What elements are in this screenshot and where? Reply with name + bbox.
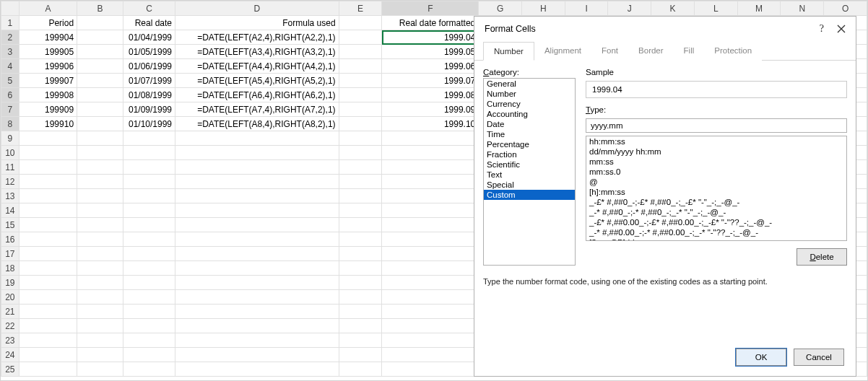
cell-E10[interactable] [339,146,382,160]
cell-D16[interactable] [175,232,339,247]
category-listbox[interactable]: GeneralNumberCurrencyAccountingDateTimeP… [483,78,576,266]
cell-B16[interactable] [77,232,123,247]
cell-D5[interactable]: =DATE(LEFT(A5,4),RIGHT(A5,2),1) [175,74,339,88]
cell-A4[interactable]: 199906 [19,59,77,74]
cell-B17[interactable] [77,247,123,261]
cell-A20[interactable] [19,290,77,305]
cell-F6[interactable]: 1999.08 [382,88,479,102]
type-item-1[interactable]: dd/mm/yyyy hh:mm [586,146,846,157]
row-header-8[interactable]: 8 [1,117,19,131]
type-item-8[interactable]: _-£* #,##0.00_-;-£* #,##0.00_-;_-£* "-"?… [586,217,846,227]
cell-B14[interactable] [77,203,123,218]
cell-B9[interactable] [77,131,123,146]
cell-F7[interactable]: 1999.09 [382,102,479,117]
cell-E8[interactable] [339,117,382,131]
delete-button[interactable]: Delete [797,248,847,266]
cell-A11[interactable] [19,160,77,175]
row-header-13[interactable]: 13 [1,189,19,203]
col-header-J[interactable]: J [608,1,651,16]
category-item-special[interactable]: Special [484,180,575,190]
type-item-4[interactable]: @ [586,177,846,187]
cell-F4[interactable]: 1999.06 [382,59,479,74]
cell-C13[interactable] [123,189,175,203]
cell-E6[interactable] [339,88,382,102]
cell-B8[interactable] [77,117,123,131]
help-icon[interactable]: ? [820,23,824,35]
cell-A18[interactable] [19,261,77,276]
row-header-23[interactable]: 23 [1,333,19,348]
cell-D12[interactable] [175,175,339,189]
category-item-time[interactable]: Time [484,129,575,139]
col-header-M[interactable]: M [737,1,781,16]
cell-A3[interactable]: 199905 [19,45,77,59]
cell-D22[interactable] [175,319,339,333]
cell-A2[interactable]: 199904 [19,30,77,45]
cell-C4[interactable]: 01/06/1999 [123,59,175,74]
col-header-B[interactable]: B [77,1,123,16]
cell-B11[interactable] [77,160,123,175]
tab-fill[interactable]: Fill [674,42,705,61]
cell-D13[interactable] [175,189,339,203]
cell-C6[interactable]: 01/08/1999 [123,88,175,102]
category-item-scientific[interactable]: Scientific [484,159,575,170]
cell-B3[interactable] [77,45,123,59]
col-header-D[interactable]: D [175,1,339,16]
cell-E7[interactable] [339,102,382,117]
cell-C9[interactable] [123,131,175,146]
cell-D14[interactable] [175,203,339,218]
category-item-general[interactable]: General [484,79,575,89]
cancel-button[interactable]: Cancel [794,349,844,366]
cell-F16[interactable] [382,232,479,247]
cell-C22[interactable] [123,319,175,333]
select-all-corner[interactable] [1,1,19,16]
tab-alignment[interactable]: Alignment [534,42,591,61]
cell-B18[interactable] [77,261,123,276]
cell-E3[interactable] [339,45,382,59]
cell-E13[interactable] [339,189,382,203]
row-header-7[interactable]: 7 [1,102,19,117]
col-header-C[interactable]: C [123,1,175,16]
cell-A19[interactable] [19,276,77,290]
row-header-18[interactable]: 18 [1,261,19,276]
cell-F8[interactable]: 1999.10 [382,117,479,131]
cell-C18[interactable] [123,261,175,276]
cell-D23[interactable] [175,333,339,348]
cell-D6[interactable]: =DATE(LEFT(A6,4),RIGHT(A6,2),1) [175,88,339,102]
cell-D19[interactable] [175,276,339,290]
cell-C11[interactable] [123,160,175,175]
cell-B24[interactable] [77,348,123,362]
cell-A5[interactable]: 199907 [19,74,77,88]
cell-A9[interactable] [19,131,77,146]
cell-A1[interactable]: Period [19,16,77,30]
cell-E14[interactable] [339,203,382,218]
row-header-24[interactable]: 24 [1,348,19,362]
cell-C25[interactable] [123,362,175,377]
cell-D2[interactable]: =DATE(LEFT(A2,4),RIGHT(A2,2),1) [175,30,339,45]
cell-D8[interactable]: =DATE(LEFT(A8,4),RIGHT(A8,2),1) [175,117,339,131]
cell-A22[interactable] [19,319,77,333]
cell-D4[interactable]: =DATE(LEFT(A4,4),RIGHT(A4,2),1) [175,59,339,74]
cell-A24[interactable] [19,348,77,362]
row-header-22[interactable]: 22 [1,319,19,333]
type-input[interactable] [586,118,847,133]
cell-E19[interactable] [339,276,382,290]
category-item-custom[interactable]: Custom [484,190,575,200]
cell-B6[interactable] [77,88,123,102]
type-item-9[interactable]: _-* #,##0.00_-;-* #,##0.00_-;_-* "-"??_-… [586,227,846,237]
col-header-I[interactable]: I [565,1,608,16]
row-header-20[interactable]: 20 [1,290,19,305]
col-header-E[interactable]: E [339,1,382,16]
cell-B25[interactable] [77,362,123,377]
col-header-H[interactable]: H [522,1,565,16]
cell-C15[interactable] [123,218,175,232]
cell-F23[interactable] [382,333,479,348]
cell-C19[interactable] [123,276,175,290]
cell-C20[interactable] [123,290,175,305]
cell-F25[interactable] [382,362,479,377]
cell-B12[interactable] [77,175,123,189]
cell-B15[interactable] [77,218,123,232]
row-header-14[interactable]: 14 [1,203,19,218]
category-item-percentage[interactable]: Percentage [484,139,575,149]
cell-F2[interactable]: 1999.04 [382,30,479,45]
cell-B10[interactable] [77,146,123,160]
